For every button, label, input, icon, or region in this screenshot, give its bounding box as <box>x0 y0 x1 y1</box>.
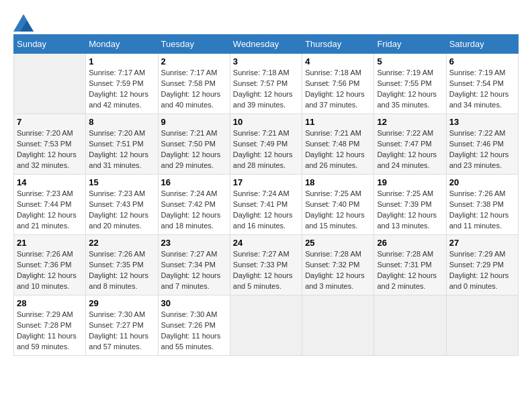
day-number: 2 <box>161 56 227 66</box>
day-info: Sunrise: 7:19 AM Sunset: 7:55 PM Dayligh… <box>377 68 443 111</box>
day-number: 14 <box>17 177 83 187</box>
day-number: 16 <box>161 177 227 187</box>
day-number: 19 <box>377 177 443 187</box>
day-cell: 13Sunrise: 7:22 AM Sunset: 7:46 PM Dayli… <box>446 114 518 175</box>
day-info: Sunrise: 7:23 AM Sunset: 7:44 PM Dayligh… <box>17 189 83 232</box>
day-cell: 8Sunrise: 7:20 AM Sunset: 7:51 PM Daylig… <box>86 114 158 175</box>
header-day-sunday: Sunday <box>14 35 86 54</box>
day-cell: 28Sunrise: 7:29 AM Sunset: 7:28 PM Dayli… <box>14 295 86 356</box>
day-cell: 27Sunrise: 7:29 AM Sunset: 7:29 PM Dayli… <box>446 235 518 295</box>
day-info: Sunrise: 7:25 AM Sunset: 7:39 PM Dayligh… <box>377 189 443 232</box>
week-row-1: 7Sunrise: 7:20 AM Sunset: 7:53 PM Daylig… <box>14 114 519 175</box>
day-info: Sunrise: 7:17 AM Sunset: 7:58 PM Dayligh… <box>161 68 227 111</box>
day-info: Sunrise: 7:17 AM Sunset: 7:59 PM Dayligh… <box>89 68 154 111</box>
day-info: Sunrise: 7:30 AM Sunset: 7:27 PM Dayligh… <box>89 310 154 353</box>
day-number: 10 <box>233 117 299 127</box>
day-cell: 19Sunrise: 7:25 AM Sunset: 7:39 PM Dayli… <box>374 175 446 235</box>
day-cell: 11Sunrise: 7:21 AM Sunset: 7:48 PM Dayli… <box>302 114 374 175</box>
day-number: 29 <box>89 298 154 308</box>
day-cell: 15Sunrise: 7:23 AM Sunset: 7:43 PM Dayli… <box>86 175 158 235</box>
day-cell: 21Sunrise: 7:26 AM Sunset: 7:36 PM Dayli… <box>14 235 86 295</box>
day-number: 20 <box>449 177 515 187</box>
page-header <box>13 13 519 28</box>
day-cell: 4Sunrise: 7:18 AM Sunset: 7:56 PM Daylig… <box>302 54 374 114</box>
day-info: Sunrise: 7:28 AM Sunset: 7:31 PM Dayligh… <box>377 249 443 292</box>
header-day-saturday: Saturday <box>446 35 518 54</box>
day-cell: 26Sunrise: 7:28 AM Sunset: 7:31 PM Dayli… <box>374 235 446 295</box>
day-cell: 24Sunrise: 7:27 AM Sunset: 7:33 PM Dayli… <box>230 235 302 295</box>
day-number: 25 <box>305 238 371 248</box>
day-info: Sunrise: 7:21 AM Sunset: 7:49 PM Dayligh… <box>233 128 299 171</box>
week-row-2: 14Sunrise: 7:23 AM Sunset: 7:44 PM Dayli… <box>14 175 519 235</box>
day-cell: 18Sunrise: 7:25 AM Sunset: 7:40 PM Dayli… <box>302 175 374 235</box>
logo <box>13 13 32 28</box>
day-cell <box>374 295 446 356</box>
day-info: Sunrise: 7:25 AM Sunset: 7:40 PM Dayligh… <box>305 189 371 232</box>
day-cell: 2Sunrise: 7:17 AM Sunset: 7:58 PM Daylig… <box>158 54 230 114</box>
day-cell: 23Sunrise: 7:27 AM Sunset: 7:34 PM Dayli… <box>158 235 230 295</box>
day-number: 12 <box>377 117 443 127</box>
day-number: 28 <box>17 298 83 308</box>
day-number: 13 <box>449 117 515 127</box>
day-cell <box>14 54 86 114</box>
day-info: Sunrise: 7:19 AM Sunset: 7:54 PM Dayligh… <box>449 68 515 111</box>
day-cell: 10Sunrise: 7:21 AM Sunset: 7:49 PM Dayli… <box>230 114 302 175</box>
day-info: Sunrise: 7:26 AM Sunset: 7:38 PM Dayligh… <box>449 189 515 232</box>
day-cell: 29Sunrise: 7:30 AM Sunset: 7:27 PM Dayli… <box>86 295 158 356</box>
day-cell: 1Sunrise: 7:17 AM Sunset: 7:59 PM Daylig… <box>86 54 158 114</box>
day-number: 22 <box>89 238 154 248</box>
day-cell: 7Sunrise: 7:20 AM Sunset: 7:53 PM Daylig… <box>14 114 86 175</box>
header-row: SundayMondayTuesdayWednesdayThursdayFrid… <box>14 35 519 54</box>
day-cell: 20Sunrise: 7:26 AM Sunset: 7:38 PM Dayli… <box>446 175 518 235</box>
day-cell: 6Sunrise: 7:19 AM Sunset: 7:54 PM Daylig… <box>446 54 518 114</box>
day-number: 24 <box>233 238 299 248</box>
week-row-4: 28Sunrise: 7:29 AM Sunset: 7:28 PM Dayli… <box>14 295 519 356</box>
day-info: Sunrise: 7:21 AM Sunset: 7:48 PM Dayligh… <box>305 128 371 171</box>
day-number: 17 <box>233 177 299 187</box>
day-info: Sunrise: 7:20 AM Sunset: 7:51 PM Dayligh… <box>89 128 154 171</box>
header-day-tuesday: Tuesday <box>158 35 230 54</box>
day-info: Sunrise: 7:22 AM Sunset: 7:46 PM Dayligh… <box>449 128 515 171</box>
day-info: Sunrise: 7:24 AM Sunset: 7:41 PM Dayligh… <box>233 189 299 232</box>
day-number: 30 <box>161 298 227 308</box>
day-number: 27 <box>449 238 515 248</box>
day-cell: 12Sunrise: 7:22 AM Sunset: 7:47 PM Dayli… <box>374 114 446 175</box>
day-info: Sunrise: 7:22 AM Sunset: 7:47 PM Dayligh… <box>377 128 443 171</box>
day-info: Sunrise: 7:21 AM Sunset: 7:50 PM Dayligh… <box>161 128 227 171</box>
calendar-table: SundayMondayTuesdayWednesdayThursdayFrid… <box>13 34 519 356</box>
day-cell: 22Sunrise: 7:26 AM Sunset: 7:35 PM Dayli… <box>86 235 158 295</box>
day-number: 9 <box>161 117 227 127</box>
day-cell: 5Sunrise: 7:19 AM Sunset: 7:55 PM Daylig… <box>374 54 446 114</box>
day-info: Sunrise: 7:18 AM Sunset: 7:57 PM Dayligh… <box>233 68 299 111</box>
day-cell <box>446 295 518 356</box>
day-info: Sunrise: 7:27 AM Sunset: 7:34 PM Dayligh… <box>161 249 227 292</box>
calendar-header: SundayMondayTuesdayWednesdayThursdayFrid… <box>14 35 519 54</box>
day-cell: 17Sunrise: 7:24 AM Sunset: 7:41 PM Dayli… <box>230 175 302 235</box>
day-number: 4 <box>305 56 371 66</box>
day-info: Sunrise: 7:18 AM Sunset: 7:56 PM Dayligh… <box>305 68 371 111</box>
day-cell <box>230 295 302 356</box>
day-number: 26 <box>377 238 443 248</box>
header-day-friday: Friday <box>374 35 446 54</box>
day-number: 11 <box>305 117 371 127</box>
day-number: 8 <box>89 117 154 127</box>
day-info: Sunrise: 7:29 AM Sunset: 7:28 PM Dayligh… <box>17 310 83 353</box>
day-info: Sunrise: 7:30 AM Sunset: 7:26 PM Dayligh… <box>161 310 227 353</box>
day-number: 6 <box>449 56 515 66</box>
header-day-thursday: Thursday <box>302 35 374 54</box>
day-cell: 14Sunrise: 7:23 AM Sunset: 7:44 PM Dayli… <box>14 175 86 235</box>
week-row-0: 1Sunrise: 7:17 AM Sunset: 7:59 PM Daylig… <box>14 54 519 114</box>
day-cell <box>302 295 374 356</box>
day-info: Sunrise: 7:20 AM Sunset: 7:53 PM Dayligh… <box>17 128 83 171</box>
day-cell: 16Sunrise: 7:24 AM Sunset: 7:42 PM Dayli… <box>158 175 230 235</box>
day-info: Sunrise: 7:24 AM Sunset: 7:42 PM Dayligh… <box>161 189 227 232</box>
week-row-3: 21Sunrise: 7:26 AM Sunset: 7:36 PM Dayli… <box>14 235 519 295</box>
day-info: Sunrise: 7:27 AM Sunset: 7:33 PM Dayligh… <box>233 249 299 292</box>
day-number: 7 <box>17 117 83 127</box>
day-info: Sunrise: 7:26 AM Sunset: 7:35 PM Dayligh… <box>89 249 154 292</box>
day-info: Sunrise: 7:23 AM Sunset: 7:43 PM Dayligh… <box>89 189 154 232</box>
day-number: 3 <box>233 56 299 66</box>
calendar-body: 1Sunrise: 7:17 AM Sunset: 7:59 PM Daylig… <box>14 54 519 356</box>
day-cell: 9Sunrise: 7:21 AM Sunset: 7:50 PM Daylig… <box>158 114 230 175</box>
day-info: Sunrise: 7:29 AM Sunset: 7:29 PM Dayligh… <box>449 249 515 292</box>
